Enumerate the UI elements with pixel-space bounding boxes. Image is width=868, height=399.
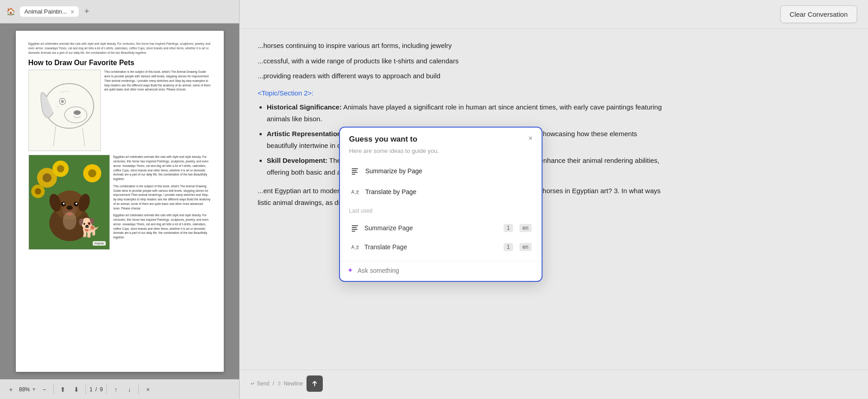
modal-last-used: Summarize Page 1 en A 文 Translate Page 1… — [340, 216, 542, 259]
close-pdf-button[interactable]: × — [142, 384, 153, 395]
pdf-images: This combination is the subject of this … — [28, 70, 211, 151]
toolbar-separator-4 — [138, 385, 139, 394]
summarize-page-last-label: Summarize Page — [364, 224, 497, 232]
svg-text:A: A — [351, 245, 354, 250]
pdf-heading: How to Draw Our Favorite Pets — [28, 58, 211, 67]
svg-point-12 — [35, 188, 41, 195]
svg-point-5 — [73, 110, 80, 115]
summarize-page-last-item[interactable]: Summarize Page 1 en — [344, 218, 538, 238]
svg-rect-33 — [352, 227, 357, 228]
svg-rect-29 — [352, 174, 355, 175]
next-page-button[interactable]: ↓ — [124, 384, 135, 395]
translate-by-page-item[interactable]: A 文 Translate by Page — [344, 181, 538, 202]
summarize-icon — [350, 166, 360, 176]
svg-point-8 — [42, 173, 52, 182]
svg-text:文: 文 — [355, 190, 359, 195]
svg-rect-32 — [352, 225, 358, 226]
pdf-top-text: Egyptian art celebrates animals like cat… — [28, 42, 211, 55]
pdf-body-text: This combination is the subject of this … — [104, 70, 211, 151]
modal-title: Guess you want to — [349, 135, 417, 144]
svg-point-24 — [75, 203, 77, 204]
modal-overlay: Guess you want to × Here are some ideas … — [240, 0, 868, 399]
svg-rect-26 — [352, 168, 358, 169]
svg-rect-27 — [352, 170, 357, 171]
svg-point-4 — [61, 100, 64, 103]
modal-header: Guess you want to × — [340, 128, 542, 147]
translate-page-last-item[interactable]: A 文 Translate Page 1 en — [344, 238, 538, 256]
toolbar-separator-3 — [106, 385, 107, 394]
home-button[interactable]: 🏠 — [4, 5, 18, 19]
zoom-in-button[interactable]: + — [5, 384, 16, 395]
add-tab-button[interactable]: + — [80, 5, 93, 18]
translate-icon: A 文 — [350, 187, 360, 197]
summarize-page-lang-badge: en — [519, 224, 532, 232]
svg-rect-35 — [352, 231, 355, 232]
summarize-last-icon — [350, 223, 360, 233]
translate-page-count-badge: 1 — [504, 243, 513, 251]
first-page-button[interactable]: ⬆ — [57, 384, 68, 395]
summarize-by-page-item[interactable]: Summarize by Page — [344, 161, 538, 181]
modal-last-used-header: Last used — [340, 204, 542, 216]
page-navigation: 1 / 9 — [90, 386, 103, 393]
pdf-bottom-text-2: Egyptian art celebrates animals like cat… — [113, 155, 211, 250]
svg-text:文: 文 — [355, 245, 359, 250]
modal-close-button[interactable]: × — [528, 135, 533, 142]
summarize-page-count-badge: 1 — [504, 224, 513, 232]
modal-suggestions: Summarize by Page A 文 Translate by Page — [340, 159, 542, 204]
zoom-display: 88% ▼ — [19, 386, 36, 393]
pdf-tab-label: Animal Paintin... — [24, 8, 67, 15]
pdf-tab-close-icon[interactable]: × — [71, 9, 74, 15]
dog-sketch-image — [28, 70, 101, 151]
toolbar-separator-1 — [53, 385, 54, 394]
modal-footer: ✦ — [340, 261, 542, 281]
guess-modal: Guess you want to × Here are some ideas … — [339, 127, 542, 282]
chat-panel: Clear Conversation ...horses continuing … — [240, 0, 868, 399]
svg-point-25 — [63, 212, 76, 230]
svg-rect-0 — [29, 71, 100, 151]
pdf-page: Egyptian art celebrates animals like cat… — [16, 31, 224, 372]
svg-text:A: A — [351, 190, 354, 195]
toolbar-separator-2 — [85, 385, 86, 394]
prev-page-button[interactable]: ↑ — [110, 384, 121, 395]
svg-rect-28 — [352, 172, 358, 173]
translate-page-lang-badge: en — [519, 243, 532, 251]
pet-name-badge: Prajnita — [93, 241, 105, 246]
zoom-out-button[interactable]: − — [39, 384, 50, 395]
svg-point-20 — [66, 205, 73, 210]
svg-rect-34 — [352, 229, 358, 230]
pdf-content: Egyptian art celebrates animals like cat… — [0, 24, 239, 379]
flower-dog-inner: Prajnita — [29, 155, 109, 249]
modal-subtitle: Here are some ideas to guide you. — [340, 147, 542, 159]
flower-dog-image: Prajnita — [28, 155, 110, 250]
ask-input[interactable] — [358, 267, 534, 274]
sparkle-icon: ✦ — [347, 266, 353, 275]
pdf-tab[interactable]: Animal Paintin... × — [20, 6, 79, 17]
pdf-tab-bar: 🏠 Animal Paintin... × + — [0, 0, 239, 24]
svg-point-23 — [63, 203, 65, 204]
translate-by-page-label: Translate by Page — [365, 188, 416, 195]
last-page-button[interactable]: ⬇ — [71, 384, 82, 395]
svg-point-10 — [57, 165, 64, 172]
summarize-by-page-label: Summarize by Page — [365, 167, 422, 175]
translate-page-last-label: Translate Page — [364, 243, 497, 251]
pdf-panel: 🏠 Animal Paintin... × + Egyptian art cel… — [0, 0, 240, 399]
translate-last-icon: A 文 — [350, 242, 360, 252]
pdf-toolbar: + 88% ▼ − ⬆ ⬇ 1 / 9 ↑ ↓ × — [0, 379, 239, 399]
pdf-bottom-section: Prajnita Egyptian art celebrates animals… — [28, 155, 211, 250]
svg-point-14 — [88, 169, 96, 177]
